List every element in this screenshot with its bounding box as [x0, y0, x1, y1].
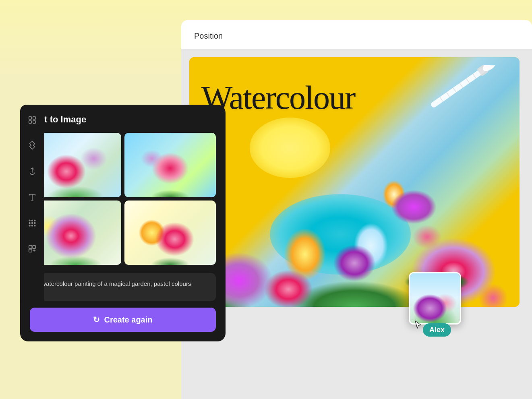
sidebar-item-layout[interactable]: [25, 113, 39, 127]
prompt-text[interactable]: A watercolour painting of a magical gard…: [30, 273, 216, 301]
svg-point-25: [34, 225, 35, 226]
floating-preview-image: [409, 272, 461, 325]
panel-header: Position: [181, 20, 532, 52]
svg-point-17: [29, 220, 30, 221]
svg-rect-13: [33, 121, 35, 123]
svg-point-22: [34, 223, 35, 224]
svg-point-24: [32, 225, 33, 226]
svg-point-21: [32, 223, 33, 224]
svg-rect-10: [29, 117, 31, 119]
svg-rect-27: [33, 246, 35, 248]
create-again-label: Create again: [104, 315, 152, 325]
canvas-area: Watercolour: [181, 49, 532, 399]
svg-rect-28: [29, 249, 32, 252]
sidebar-item-apps[interactable]: [25, 216, 39, 230]
svg-rect-12: [29, 121, 31, 123]
panel-title: Text to Image: [30, 114, 216, 125]
refresh-icon: ↻: [93, 315, 100, 325]
sidebar-item-upload[interactable]: [25, 164, 39, 179]
svg-rect-11: [33, 117, 35, 119]
generated-image-4[interactable]: [124, 201, 216, 265]
text-to-image-panel: Text to Image A watercolour painting of …: [20, 105, 226, 341]
svg-rect-26: [29, 246, 32, 248]
right-panel: Position Watercolour: [181, 20, 532, 399]
svg-point-23: [29, 225, 30, 226]
create-again-button[interactable]: ↻ Create again: [30, 308, 216, 332]
sidebar: [20, 105, 44, 306]
sidebar-item-brand[interactable]: [25, 242, 39, 256]
collaborator-label: Alex: [423, 323, 451, 337]
generated-image-2[interactable]: [124, 133, 216, 197]
svg-point-19: [34, 220, 35, 221]
svg-point-20: [29, 223, 30, 224]
generated-images-grid: [30, 133, 216, 265]
sidebar-item-elements[interactable]: [25, 139, 39, 153]
svg-rect-0: [430, 67, 486, 108]
cursor-arrow-icon: [414, 320, 423, 330]
floating-image-bg: [410, 273, 460, 323]
canvas-image[interactable]: Watercolour: [189, 57, 520, 307]
position-label: Position: [194, 31, 223, 40]
paintbrush-illustration: [415, 65, 503, 114]
sidebar-item-text[interactable]: [25, 190, 39, 205]
svg-point-18: [32, 220, 33, 221]
